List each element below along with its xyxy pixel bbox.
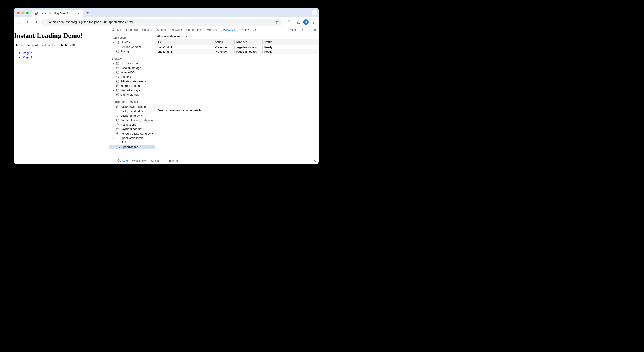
transfer-icon: [116, 109, 119, 113]
tab-elements[interactable]: Elements: [124, 27, 140, 33]
list-item: Page 3: [23, 55, 109, 59]
table-row[interactable]: /page3.html Prerender page1-url-specul… …: [156, 45, 319, 49]
page-intro: This is a demo of the Speculation Rules …: [14, 43, 109, 47]
drawer-tab-rendering[interactable]: Rendering: [164, 158, 181, 164]
window-controls: [14, 11, 32, 14]
toolbar-right: B: [285, 18, 317, 26]
sidebar-item-service-workers[interactable]: Service workers: [110, 45, 155, 49]
clock-icon: [116, 132, 119, 135]
chrome-menu-icon[interactable]: [310, 18, 317, 26]
filter-dropdown[interactable]: All speculative loa…: [157, 34, 183, 38]
bookmark-star-icon[interactable]: [274, 19, 280, 25]
device-toolbar-icon[interactable]: [116, 27, 122, 33]
col-action[interactable]: Action: [214, 40, 235, 44]
close-tab-icon[interactable]: ✕: [77, 12, 80, 15]
svg-point-33: [116, 105, 119, 106]
svg-rect-0: [44, 21, 45, 21]
devtools-drawer: Console What's new Sensors Rendering ✕: [110, 158, 319, 164]
back-button[interactable]: [16, 18, 23, 26]
devtools-body: Application ▸Manifest Service workers St…: [110, 33, 319, 158]
tab-network[interactable]: Network: [170, 27, 184, 33]
svg-point-39: [113, 161, 114, 161]
document-icon: [116, 41, 119, 44]
sidebar-item-rules[interactable]: Rules: [110, 140, 155, 145]
page-link[interactable]: Page 2: [23, 51, 32, 55]
sidebar-item-notifications[interactable]: Notifications: [110, 122, 155, 127]
target-selector[interactable]: Main: [289, 28, 299, 31]
traffic-light-close[interactable]: [17, 11, 20, 14]
drawer-tab-sensors[interactable]: Sensors: [149, 158, 164, 164]
tab-console[interactable]: Console: [140, 27, 155, 33]
sidebar-item-indexeddb[interactable]: IndexedDB: [110, 70, 155, 74]
extensions-icon[interactable]: [285, 18, 292, 26]
sidebar-heading-background: Background services: [110, 100, 155, 104]
tabs-dropdown-icon[interactable]: [312, 10, 317, 15]
database-icon: [116, 71, 119, 74]
table-row[interactable]: /page2.html Prerender page1-url-specul… …: [156, 49, 319, 54]
database-icon: [116, 88, 119, 92]
forward-button[interactable]: [24, 18, 31, 26]
sidebar-item-cache-storage[interactable]: Cache storage: [110, 92, 155, 97]
sidebar-item-private-state-tokens[interactable]: Private state tokens: [110, 79, 155, 83]
database-icon: [116, 80, 119, 83]
col-status[interactable]: Status: [262, 40, 319, 44]
sidebar-item-periodic-sync[interactable]: Periodic background sync: [110, 131, 155, 136]
sidebar-item-storage[interactable]: Storage: [110, 49, 155, 53]
sidebar-item-manifest[interactable]: ▸Manifest: [110, 40, 155, 45]
tab-performance[interactable]: Performance: [184, 27, 205, 33]
tab-memory[interactable]: Memory: [204, 27, 219, 33]
traffic-light-minimize[interactable]: [22, 11, 24, 14]
more-tabs-icon[interactable]: [252, 27, 258, 33]
sidebar-item-shared-storage[interactable]: ▸Shared storage: [110, 88, 155, 92]
sidebar-item-interest-groups[interactable]: Interest groups: [110, 83, 155, 88]
labs-flask-icon[interactable]: [295, 18, 302, 26]
sidebar-item-session-storage[interactable]: ▸Session storage: [110, 66, 155, 70]
tab-security[interactable]: Security: [237, 27, 252, 33]
svg-point-7: [313, 22, 314, 22]
sidebar-item-bfcache[interactable]: Back/forward cache: [110, 104, 155, 109]
drawer-tab-whatsnew[interactable]: What's new: [130, 158, 149, 164]
svg-point-15: [308, 31, 309, 31]
sidebar-item-speculations[interactable]: Speculations: [110, 145, 155, 149]
sidebar-item-speculative-loads[interactable]: ▾Speculative loads: [110, 136, 155, 140]
sidebar-item-local-storage[interactable]: ▸Local storage: [110, 61, 155, 66]
site-settings-icon[interactable]: [44, 20, 47, 24]
profile-avatar[interactable]: B: [302, 18, 310, 26]
tab-application[interactable]: Application: [219, 27, 237, 33]
drawer-menu-icon[interactable]: [111, 158, 115, 164]
sidebar-item-cookies[interactable]: ▸Cookies: [110, 74, 155, 79]
col-url[interactable]: URL: [156, 40, 214, 44]
cookie-icon: [116, 75, 119, 78]
browser-window: 🚀 Instant Loading Demo! ✕ + open-chalk-a…: [14, 8, 319, 164]
page-link[interactable]: Page 3: [23, 55, 32, 59]
inspect-element-icon[interactable]: [110, 27, 116, 33]
tab-title: Instant Loading Demo!: [40, 12, 75, 15]
traffic-light-maximize[interactable]: [26, 11, 28, 14]
svg-rect-35: [116, 128, 119, 130]
new-tab-button[interactable]: +: [84, 10, 91, 16]
sidebar-item-background-sync[interactable]: Background sync: [110, 113, 155, 118]
drawer-close-icon[interactable]: ✕: [312, 159, 318, 163]
transfer-icon: [116, 136, 119, 140]
settings-gear-icon[interactable]: [300, 27, 306, 33]
sidebar-heading-application: Application: [110, 35, 155, 40]
tab-sources[interactable]: Sources: [155, 27, 170, 33]
chevron-down-icon[interactable]: ▼: [185, 35, 188, 38]
reload-button[interactable]: [32, 18, 39, 26]
col-ruleset[interactable]: Rule set: [235, 40, 262, 44]
devtools-close-icon[interactable]: [312, 27, 318, 33]
svg-point-40: [113, 162, 114, 162]
devtools-tabbar: Elements Console Sources Network Perform…: [110, 27, 319, 33]
sidebar-item-bounce-tracking[interactable]: Bounce tracking mitigation: [110, 118, 155, 122]
gears-icon: [116, 45, 119, 49]
drawer-tab-console[interactable]: Console: [115, 158, 130, 164]
address-bar[interactable]: open-chalk-asparagus.glitch.me/page1-url…: [41, 18, 282, 26]
url-text: open-chalk-asparagus.glitch.me/page1-url…: [49, 20, 273, 24]
detail-placeholder: Select an element for more details: [156, 107, 319, 113]
database-icon: [116, 118, 119, 122]
sidebar-item-background-fetch[interactable]: Background fetch: [110, 109, 155, 113]
devtools-menu-icon[interactable]: [306, 27, 312, 33]
sidebar-item-payment-handler[interactable]: Payment handler: [110, 127, 155, 131]
browser-tab[interactable]: 🚀 Instant Loading Demo! ✕: [32, 10, 83, 17]
svg-point-25: [116, 71, 119, 72]
